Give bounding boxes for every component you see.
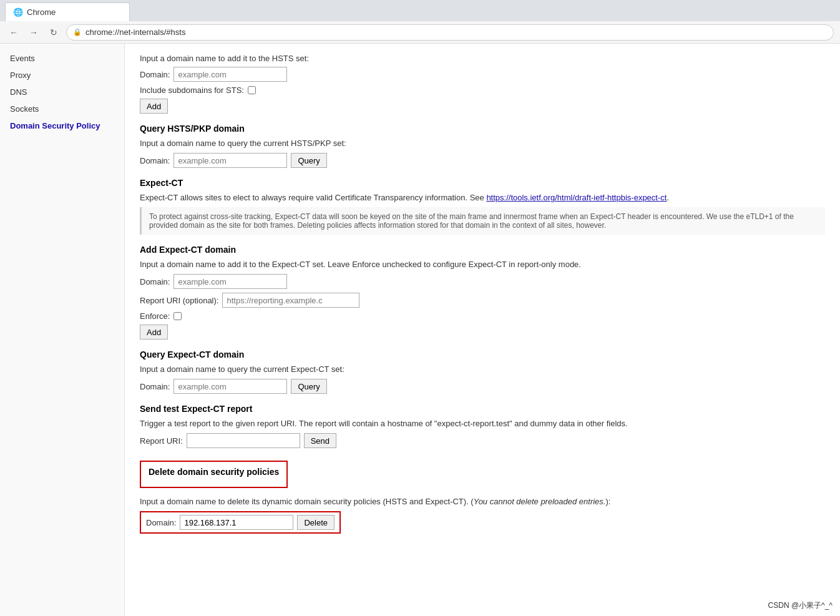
query-expect-ct-button[interactable]: Query — [291, 379, 326, 394]
send-test-description: Trigger a test report to the given repor… — [140, 419, 825, 428]
add-hsts-button[interactable]: Add — [140, 99, 168, 114]
active-tab[interactable]: 🌐 Chrome — [5, 2, 130, 21]
query-expect-ct-domain-label: Domain: — [140, 382, 170, 391]
query-hsts-button[interactable]: Query — [291, 153, 326, 168]
add-expect-ct-report-uri-label: Report URI (optional): — [140, 296, 218, 305]
send-test-report-uri-row: Report URI: Send — [140, 433, 825, 448]
add-expect-ct-domain-input[interactable] — [173, 274, 287, 289]
tab-title: Chrome — [27, 7, 56, 17]
query-expect-ct-domain-input[interactable] — [173, 379, 287, 394]
query-expect-ct-description: Input a domain name to query the current… — [140, 364, 825, 374]
delete-button[interactable]: Delete — [297, 515, 335, 530]
lock-icon: 🔒 — [73, 28, 82, 36]
add-expect-ct-report-uri-row: Report URI (optional): — [140, 293, 825, 308]
delete-domain-label: Domain: — [146, 518, 176, 527]
sidebar: Events Proxy DNS Sockets Domain Security… — [0, 44, 125, 616]
query-hsts-domain-row: Domain: Query — [140, 153, 825, 168]
sidebar-item-dns[interactable]: DNS — [0, 84, 124, 100]
add-expect-ct-button-row: Add — [140, 325, 825, 340]
delete-domain-highlighted-row: Domain: Delete — [140, 511, 341, 534]
sidebar-item-events[interactable]: Events — [0, 50, 124, 67]
add-hsts-domain-label: Domain: — [140, 70, 170, 79]
add-expect-ct-domain-row: Domain: — [140, 274, 825, 289]
send-test-report-uri-input[interactable] — [187, 433, 300, 448]
send-test-button[interactable]: Send — [304, 433, 336, 448]
expect-ct-desc-text: Expect-CT allows sites to elect to alway… — [140, 193, 486, 202]
sidebar-item-domain-security-policy[interactable]: Domain Security Policy — [0, 117, 124, 134]
add-expect-ct-enforce-checkbox[interactable] — [173, 312, 182, 320]
address-bar[interactable]: 🔒 chrome://net-internals/#hsts — [66, 24, 834, 41]
main-layout: Events Proxy DNS Sockets Domain Security… — [0, 44, 840, 616]
browser-bar: ← → ↻ 🔒 chrome://net-internals/#hsts — [0, 21, 840, 44]
add-hsts-subdomains-checkbox[interactable] — [248, 86, 256, 94]
delete-domain-input[interactable] — [180, 515, 293, 530]
query-expect-ct-heading: Query Expect-CT domain — [140, 350, 825, 359]
add-hsts-button-row: Add — [140, 99, 825, 114]
add-hsts-subdomains-label: Include subdomains for STS: — [140, 86, 244, 95]
add-expect-ct-button[interactable]: Add — [140, 325, 168, 340]
query-hsts-description: Input a domain name to query the current… — [140, 139, 825, 148]
delete-section-description: Input a domain name to delete its dynami… — [140, 497, 825, 506]
expect-ct-link[interactable]: https://tools.ietf.org/html/draft-ietf-h… — [486, 193, 667, 202]
add-hsts-description: Input a domain name to add it to the HST… — [140, 54, 825, 63]
tab-bar: 🌐 Chrome — [0, 0, 840, 21]
expect-ct-note: To protect against cross-site tracking, … — [140, 207, 825, 235]
tab-icon: 🌐 — [13, 7, 23, 17]
add-hsts-domain-input[interactable] — [173, 67, 287, 82]
add-expect-ct-enforce-row: Enforce: — [140, 311, 825, 321]
delete-section-container: Delete domain security policies — [140, 461, 288, 488]
delete-desc-text: Input a domain name to delete its dynami… — [140, 497, 474, 506]
watermark: CSDN @小果子^_^ — [768, 600, 833, 611]
query-hsts-domain-input[interactable] — [173, 153, 287, 168]
sidebar-item-proxy[interactable]: Proxy — [0, 67, 124, 84]
expect-ct-description: Expect-CT allows sites to elect to alway… — [140, 193, 825, 202]
address-text: chrome://net-internals/#hsts — [85, 27, 185, 37]
reload-button[interactable]: ↻ — [46, 25, 61, 40]
add-hsts-domain-row: Domain: — [140, 67, 825, 82]
forward-button[interactable]: → — [26, 25, 41, 40]
query-hsts-heading: Query HSTS/PKP domain — [140, 124, 825, 134]
content-area: Input a domain name to add it to the HST… — [125, 44, 840, 616]
send-test-heading: Send test Expect-CT report — [140, 404, 825, 414]
expect-ct-heading: Expect-CT — [140, 178, 825, 188]
delete-desc-italic: You cannot delete preloaded entries. — [474, 497, 606, 506]
add-expect-ct-domain-label: Domain: — [140, 277, 170, 286]
add-expect-ct-heading: Add Expect-CT domain — [140, 245, 825, 255]
add-hsts-subdomains-row: Include subdomains for STS: — [140, 86, 825, 95]
sidebar-item-sockets[interactable]: Sockets — [0, 100, 124, 117]
add-expect-ct-report-uri-input[interactable] — [222, 293, 359, 308]
query-expect-ct-domain-row: Domain: Query — [140, 379, 825, 394]
send-test-report-uri-label: Report URI: — [140, 436, 183, 446]
add-expect-ct-description: Input a domain name to add it to the Exp… — [140, 260, 825, 269]
add-expect-ct-enforce-label: Enforce: — [140, 311, 170, 321]
back-button[interactable]: ← — [6, 25, 21, 40]
delete-section-heading: Delete domain security policies — [149, 467, 279, 477]
query-hsts-domain-label: Domain: — [140, 156, 170, 165]
